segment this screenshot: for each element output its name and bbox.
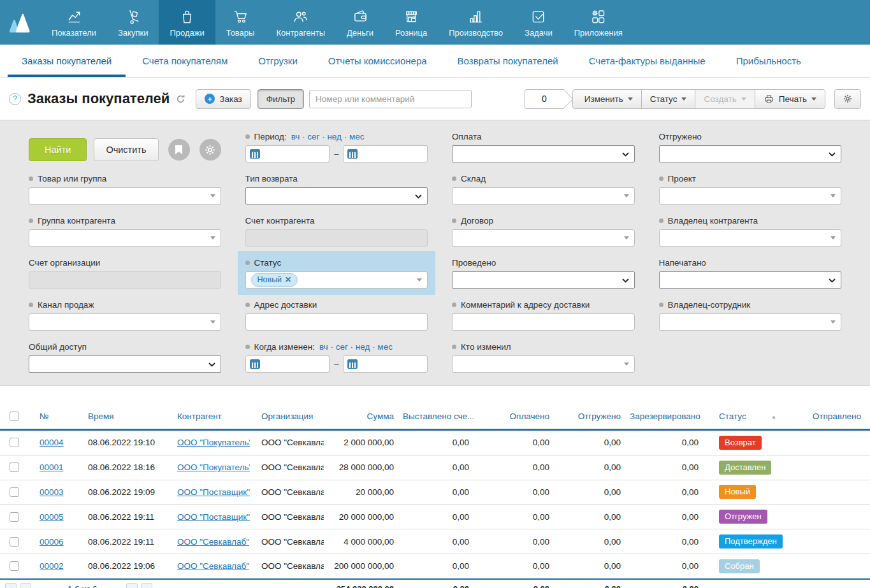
filter-dot-icon[interactable] <box>245 261 250 265</box>
nav-item-sales[interactable]: Продажи <box>159 0 215 45</box>
counterparty-link[interactable]: ООО "Покупатель" <box>166 438 250 447</box>
date-from-input[interactable] <box>245 145 330 162</box>
column-header-7[interactable]: Отгружено <box>558 412 630 421</box>
order-number-link[interactable]: 00003 <box>28 487 76 497</box>
period-presets[interactable]: вч · сег · нед · мес <box>291 132 365 141</box>
nav-item-retail[interactable]: Розница <box>384 0 438 45</box>
filter-dot-icon[interactable] <box>452 303 456 307</box>
search-input[interactable] <box>309 90 472 108</box>
filter-combo[interactable] <box>452 355 635 373</box>
row-checkbox[interactable] <box>10 537 19 547</box>
column-header-2[interactable]: Контрагент <box>166 412 250 421</box>
find-button[interactable]: Найти <box>29 138 87 161</box>
filter-toggle-button[interactable]: Фильтр <box>257 89 304 109</box>
column-header-0[interactable]: № <box>28 412 76 421</box>
filter-combo[interactable] <box>29 313 221 331</box>
date-to-input[interactable] <box>343 355 428 373</box>
row-checkbox[interactable] <box>10 463 19 472</box>
calendar-icon[interactable] <box>250 359 260 369</box>
counterparty-link[interactable]: ООО "Севкавлаб" <box>166 561 250 571</box>
select-all-checkbox[interactable] <box>10 412 19 421</box>
filter-combo[interactable] <box>659 313 841 331</box>
last-page-button[interactable]: » <box>141 583 152 588</box>
filter-combo[interactable] <box>452 229 635 247</box>
edit-button[interactable]: Изменить <box>572 89 642 109</box>
filter-dot-icon[interactable] <box>659 219 663 223</box>
order-number-link[interactable]: 00006 <box>28 537 76 547</box>
nav-item-money[interactable]: Деньги <box>336 0 384 45</box>
filter-settings-button[interactable] <box>199 139 221 161</box>
nav-item-purchases[interactable]: Закупки <box>107 0 159 45</box>
order-number-link[interactable]: 00002 <box>28 561 76 571</box>
filter-dot-icon[interactable] <box>452 345 456 349</box>
filter-dot-icon[interactable] <box>452 176 456 181</box>
moysklad-logo[interactable] <box>0 0 41 45</box>
date-from-input[interactable] <box>245 355 330 373</box>
tab-issued-invoices[interactable]: Счета-фактуры выданные <box>575 45 720 77</box>
filter-combo[interactable] <box>659 229 841 247</box>
filter-select[interactable] <box>245 187 428 204</box>
first-page-button[interactable]: « <box>5 583 17 588</box>
row-checkbox[interactable] <box>10 438 19 447</box>
counterparty-link[interactable]: ООО "Севкавлаб" <box>166 537 250 547</box>
filter-text-input[interactable] <box>452 313 635 331</box>
order-number-link[interactable]: 00005 <box>28 512 76 522</box>
column-header-4[interactable]: Сумма <box>324 412 403 421</box>
prev-page-button[interactable]: ‹ <box>20 583 31 588</box>
clear-button[interactable]: Очистить <box>94 138 158 161</box>
filter-dot-icon[interactable] <box>659 303 663 307</box>
nav-item-metrics[interactable]: Показатели <box>41 0 107 45</box>
filter-text-input[interactable] <box>245 313 428 331</box>
filter-select[interactable] <box>659 145 841 162</box>
tab-profitability[interactable]: Прибыльность <box>722 45 815 77</box>
counterparty-link[interactable]: ООО "Поставщик" <box>166 512 250 522</box>
tab-shipments[interactable]: Отгрузки <box>244 45 312 77</box>
period-presets[interactable]: вч · сег · нед · мес <box>319 342 393 352</box>
order-number-link[interactable]: 00004 <box>28 438 76 447</box>
row-checkbox[interactable] <box>10 512 19 522</box>
filter-select[interactable] <box>659 271 841 289</box>
tab-customer-invoices[interactable]: Счета покупателям <box>128 45 242 77</box>
print-button[interactable]: Печать <box>755 89 825 109</box>
row-checkbox[interactable] <box>10 487 19 497</box>
filter-dot-icon[interactable] <box>659 176 663 181</box>
status-filter-combo[interactable]: Новый✕ <box>245 271 428 289</box>
order-number-link[interactable]: 00001 <box>28 463 76 472</box>
status-button[interactable]: Статус <box>641 89 696 109</box>
filter-dot-icon[interactable] <box>245 303 250 307</box>
nav-item-goods[interactable]: Товары <box>215 0 266 45</box>
filter-select[interactable] <box>29 355 221 373</box>
sort-asc-icon[interactable]: ▲ <box>771 414 776 420</box>
settings-gear-button[interactable] <box>834 89 861 109</box>
counterparty-link[interactable]: ООО "Поставщик" <box>166 487 250 497</box>
refresh-icon[interactable] <box>176 94 185 104</box>
filter-dot-icon[interactable] <box>29 176 33 181</box>
filter-combo[interactable] <box>29 187 221 204</box>
new-order-button[interactable]: + Заказ <box>196 89 250 109</box>
date-to-input[interactable] <box>343 145 428 162</box>
chip-remove-icon[interactable]: ✕ <box>285 275 291 284</box>
column-header-1[interactable]: Время <box>76 412 166 421</box>
column-header-9[interactable]: Статус▲ <box>707 412 804 421</box>
column-header-10[interactable]: Отправлено <box>804 412 870 421</box>
filter-dot-icon[interactable] <box>29 219 33 223</box>
filter-combo[interactable] <box>29 229 221 247</box>
counterparty-link[interactable]: ООО "Покупатель" <box>166 463 250 472</box>
tab-customer-returns[interactable]: Возвраты покупателей <box>444 45 572 77</box>
filter-dot-icon[interactable] <box>29 303 33 307</box>
column-header-8[interactable]: Зарезервировано <box>630 412 707 421</box>
filter-combo[interactable] <box>452 187 635 204</box>
nav-item-apps[interactable]: Приложения <box>563 0 634 45</box>
tab-commission-reports[interactable]: Отчеты комиссионера <box>314 45 441 77</box>
filter-dot-icon[interactable] <box>245 345 250 349</box>
calendar-icon[interactable] <box>250 149 260 159</box>
save-filter-bookmark-button[interactable] <box>168 139 190 161</box>
filter-dot-icon[interactable] <box>452 219 456 223</box>
calendar-icon[interactable] <box>347 149 358 159</box>
nav-item-counterparties[interactable]: Контрагенты <box>265 0 336 45</box>
create-button[interactable]: Создать <box>695 89 755 109</box>
filter-select[interactable] <box>452 271 635 289</box>
tab-customer-orders[interactable]: Заказы покупателей <box>8 45 126 77</box>
filter-dot-icon[interactable] <box>245 134 250 139</box>
nav-item-tasks[interactable]: Задачи <box>514 0 563 45</box>
